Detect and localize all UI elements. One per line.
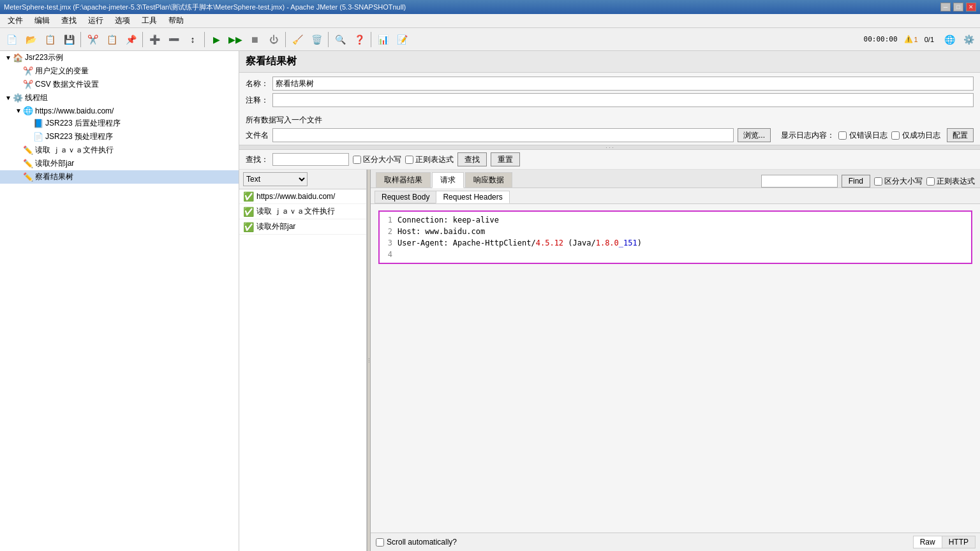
start-no-pause-button[interactable]: ▶▶ xyxy=(226,31,244,48)
minimize-button[interactable]: ─ xyxy=(940,3,951,11)
code-line-2: 2 Host: www.baidu.com xyxy=(382,226,969,237)
table-view-button[interactable]: 📊 xyxy=(374,31,392,48)
main-layout: ▼ 🏠 Jsr223示例 ✂️ 用户定义的变量 ✂️ CSV 数据文件设置 ▼ … xyxy=(0,51,980,551)
name-input[interactable] xyxy=(272,77,974,91)
tree-item-thread-group[interactable]: ▼ ⚙️ 线程组 xyxy=(0,91,239,105)
tree-item-csv[interactable]: ✂️ CSV 数据文件设置 xyxy=(0,78,239,91)
tree-item-jsr223-post[interactable]: 📘 JSR223 后置处理程序 xyxy=(0,117,239,130)
horizontal-divider-1[interactable]: · · · xyxy=(239,145,980,150)
menu-file[interactable]: 文件 xyxy=(3,14,28,27)
reset-button[interactable]: 重置 xyxy=(491,152,520,166)
case-checkbox-row: 区分大小写 xyxy=(353,154,401,165)
version-red: 4.5.12 xyxy=(536,239,563,247)
tree-item-read-jar[interactable]: ✏️ 读取外部jar xyxy=(0,157,239,170)
new-button[interactable]: 📄 xyxy=(3,31,20,48)
inner-tab-request-headers[interactable]: Request Headers xyxy=(436,191,509,203)
code-container: 1 Connection: keep-alive 2 Host: www.bai… xyxy=(371,204,980,533)
remote-button[interactable]: 🌐 xyxy=(940,31,958,48)
save-template-button[interactable]: 📋 xyxy=(41,31,59,48)
find-row: Find 区分大小写 正则表达式 xyxy=(761,175,975,187)
bottom-tab-raw[interactable]: Raw xyxy=(913,536,942,548)
tree-item-view-results[interactable]: ✏️ 察看结果树 xyxy=(0,170,239,184)
move-button[interactable]: ↕️ xyxy=(184,31,202,48)
add-button[interactable]: ➕ xyxy=(145,31,163,48)
cut-button[interactable]: ✂️ xyxy=(84,31,101,48)
collapse-arrow[interactable]: ▼ xyxy=(5,54,13,61)
close-button[interactable]: ✕ xyxy=(966,3,976,11)
errors-checkbox[interactable] xyxy=(838,131,847,140)
clear-button[interactable]: 🧹 xyxy=(288,31,306,48)
copy-button[interactable]: 📋 xyxy=(103,31,121,48)
find-case-checkbox[interactable] xyxy=(874,177,882,186)
browse-button[interactable]: 浏览... xyxy=(738,128,771,142)
regex-checkbox[interactable] xyxy=(405,156,413,164)
scroll-checkbox[interactable] xyxy=(376,538,384,547)
tree-icon-scissors: ✂️ xyxy=(23,66,33,76)
success-checkbox[interactable] xyxy=(891,131,900,140)
tree-item-user-vars[interactable]: ✂️ 用户定义的变量 xyxy=(0,64,239,78)
paste-button[interactable]: 📌 xyxy=(122,31,140,48)
line-content-3: User-Agent: Apache-HttpClient/4.5.12 (Ja… xyxy=(397,237,969,249)
window-controls[interactable]: ─ □ ✕ xyxy=(940,3,976,11)
tree-label-baidu: https://www.baidu.com/ xyxy=(35,107,114,115)
menu-help[interactable]: 帮助 xyxy=(163,14,189,27)
display-label: 显示日志内容： xyxy=(781,130,835,141)
start-button[interactable]: ▶ xyxy=(207,31,225,48)
search-label: 查找： xyxy=(246,154,269,165)
java-red: 1.8.0 xyxy=(596,239,619,247)
shutdown-button[interactable]: ⏻ xyxy=(265,31,283,48)
menu-run[interactable]: 运行 xyxy=(83,14,108,27)
tree-item-jsr223[interactable]: ▼ 🏠 Jsr223示例 xyxy=(0,51,239,64)
remove-button[interactable]: ➖ xyxy=(165,31,182,48)
tree-label-jsr223-post: JSR223 后置处理程序 xyxy=(45,118,121,129)
code-line-4: 4 xyxy=(382,249,969,260)
bottom-tab-http[interactable]: HTTP xyxy=(942,536,976,548)
inner-tab-request-body[interactable]: Request Body xyxy=(375,191,436,203)
find-btn[interactable]: Find xyxy=(842,175,870,187)
result-item-jar[interactable]: ✅ 读取外部jar xyxy=(239,219,366,235)
comment-input[interactable] xyxy=(272,93,974,107)
tree-label-user-vars: 用户定义的变量 xyxy=(35,66,89,77)
format-select[interactable]: Text HTML JSON XML RegExp Tester xyxy=(243,172,308,186)
case-checkbox[interactable] xyxy=(353,156,361,164)
save-button[interactable]: 💾 xyxy=(60,31,78,48)
file-section-label: 所有数据写入一个文件 xyxy=(239,114,980,128)
find-button[interactable]: 查找 xyxy=(457,152,487,166)
collapse-arrow-thread[interactable]: ▼ xyxy=(5,94,13,101)
options-button[interactable]: ⚙️ xyxy=(960,31,977,48)
tab-response-data[interactable]: 响应数据 xyxy=(465,172,512,187)
line-content-1: Connection: keep-alive xyxy=(397,214,969,226)
content-area: Request Body Request Headers 1 Connectio… xyxy=(371,188,980,533)
search-input[interactable] xyxy=(272,153,349,166)
format-row: Text HTML JSON XML RegExp Tester xyxy=(239,170,366,189)
help-button[interactable]: ❓ xyxy=(350,31,368,48)
log-view-button[interactable]: 📝 xyxy=(393,31,411,48)
config-button[interactable]: 配置 xyxy=(947,128,974,142)
form-area: 名称： 注释： xyxy=(239,73,980,114)
menu-edit[interactable]: 编辑 xyxy=(29,14,55,27)
menu-find[interactable]: 查找 xyxy=(56,14,82,27)
line-content-2: Host: www.baidu.com xyxy=(397,226,969,237)
clear-all-button[interactable]: 🗑️ xyxy=(308,31,325,48)
tree-item-read-java[interactable]: ✏️ 读取 ｊａｖａ文件执行 xyxy=(0,143,239,157)
result-item-baidu[interactable]: ✅ https://www.baidu.com/ xyxy=(239,189,366,204)
stop-button[interactable]: ⏹ xyxy=(246,31,264,48)
tree-icon-jsr223-pre: 📄 xyxy=(33,132,43,142)
tab-request[interactable]: 请求 xyxy=(432,172,464,188)
find-regex-checkbox[interactable] xyxy=(926,177,935,186)
open-button[interactable]: 📂 xyxy=(22,31,40,48)
find-input[interactable] xyxy=(761,175,838,187)
maximize-button[interactable]: □ xyxy=(953,3,963,11)
tree-item-jsr223-pre[interactable]: 📄 JSR223 预处理程序 xyxy=(0,130,239,143)
file-input[interactable] xyxy=(272,128,734,142)
case-label: 区分大小写 xyxy=(363,154,401,165)
result-ok-icon-java: ✅ xyxy=(243,207,254,217)
tree-item-baidu[interactable]: ▼ 🌐 https://www.baidu.com/ xyxy=(0,105,239,117)
result-item-java[interactable]: ✅ 读取 ｊａｖａ文件执行 xyxy=(239,204,366,219)
tab-sampler-result[interactable]: 取样器结果 xyxy=(376,172,431,187)
search-button[interactable]: 🔍 xyxy=(331,31,349,48)
bottom-area: Scroll automatically? Raw HTTP xyxy=(371,533,980,551)
collapse-arrow-baidu[interactable]: ▼ xyxy=(15,107,23,114)
menu-options[interactable]: 选项 xyxy=(110,14,135,27)
menu-tools[interactable]: 工具 xyxy=(137,14,162,27)
